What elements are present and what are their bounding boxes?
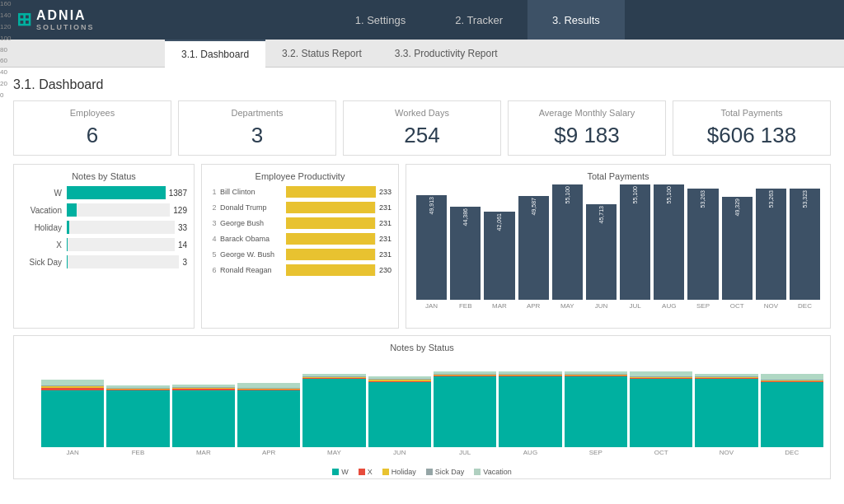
logo-icon: ⊞ [16, 9, 31, 30]
stack-month-label: NOV [720, 449, 734, 456]
legend-color [359, 469, 365, 475]
stack-month-label: SEP [589, 449, 603, 456]
bar-rect: 44,386 [450, 207, 481, 300]
emp-name: George Bush [220, 219, 286, 227]
hbar-row: X 14 [21, 238, 187, 251]
kpi-total-payments-value: $606 138 [682, 123, 822, 148]
bar-value-label: 55,100 [666, 184, 672, 205]
kpi-departments-value: 3 [187, 123, 327, 148]
bar-month-label: AUG [662, 302, 676, 310]
hbar-track [67, 221, 175, 234]
hbar-track [67, 186, 166, 199]
kpi-worked-days: Worked Days 254 [343, 100, 501, 156]
stack-column: JUL [434, 371, 496, 456]
bar-month-label: DEC [798, 302, 812, 310]
total-payments-bars: 49,913 JAN 44,386 FEB 42,061 MAR 49,587 … [413, 186, 823, 310]
hbar-fill [67, 221, 69, 234]
emp-val: 231 [379, 235, 392, 243]
emp-bar-track [286, 249, 376, 260]
notes-chart-title: Notes by Status [21, 171, 187, 181]
bar-month-label: FEB [459, 302, 472, 310]
stack-column: AUG [499, 371, 561, 456]
legend-label: Sick Day [435, 468, 465, 476]
stack-bar-wrap [237, 383, 300, 447]
stack-bar-wrap [695, 374, 757, 447]
bar-value-label: 53,263 [768, 189, 774, 209]
kpi-row: Employees 6 Departments 3 Worked Days 25… [13, 100, 831, 156]
stack-column: OCT [630, 371, 692, 456]
emp-bar-fill [286, 186, 376, 198]
y-axis: 020406080100120140160 [0, 68, 11, 99]
hbar-row: W 1387 [21, 186, 187, 199]
nav-tab-results[interactable]: 3. Results [528, 0, 625, 40]
legend-label: X [368, 468, 373, 476]
hbar-row: Vacation 129 [21, 203, 187, 217]
employee-row: 2 Donald Trump 231 [209, 202, 392, 213]
stack-bar-wrap [302, 374, 365, 447]
stack-bar-wrap [368, 376, 431, 447]
emp-name: Barack Obama [220, 235, 286, 243]
chart-legend: W X Holiday Sick Day Vacation [21, 468, 823, 476]
bar-rect: 49,913 [416, 195, 447, 300]
sub-tab-productivity[interactable]: 3.3. Productivity Report [378, 40, 514, 68]
bar-value-label: 53,323 [802, 189, 808, 209]
bar-value-label: 55,100 [565, 184, 570, 205]
nav-tab-settings[interactable]: 1. Settings [331, 0, 430, 40]
y-axis-label: 40 [0, 68, 11, 76]
emp-rank: 2 [209, 203, 220, 212]
kpi-employees-label: Employees [22, 108, 162, 118]
bar-column: 55,100 MAY [552, 184, 583, 310]
legend-item: W [332, 468, 349, 476]
hbar-label: W [21, 189, 62, 198]
stack-w [434, 376, 496, 447]
bar-column: 53,263 SEP [687, 189, 718, 310]
stack-w [368, 382, 431, 447]
stack-month-label: JUL [459, 449, 471, 456]
legend-item: Vacation [474, 468, 511, 476]
hbar-fill [67, 203, 77, 217]
bar-rect: 49,329 [722, 197, 753, 300]
bar-rect: 53,323 [790, 189, 820, 300]
emp-name: George W. Bush [220, 250, 286, 259]
bar-month-label: NOV [764, 302, 778, 310]
emp-bar-track [286, 186, 376, 198]
stack-w [41, 390, 104, 447]
sub-tab-dashboard[interactable]: 3.1. Dashboard [165, 40, 265, 68]
bar-month-label: APR [527, 302, 540, 310]
kpi-departments-label: Departments [187, 108, 327, 118]
stack-column: NOV [695, 374, 757, 456]
page-title: 3.1. Dashboard [13, 77, 831, 92]
stack-column: MAY [302, 374, 365, 456]
stack-bar-wrap [106, 385, 169, 447]
hbar-track [67, 203, 170, 217]
stack-w [172, 390, 235, 447]
stack-w [695, 379, 757, 447]
emp-bar-fill [286, 217, 375, 229]
bar-value-label: 42,061 [496, 212, 502, 232]
stack-column: APR [237, 383, 300, 456]
stack-w [237, 390, 300, 447]
emp-rank: 4 [209, 235, 220, 243]
stack-vacation [41, 380, 104, 385]
emp-rank: 5 [209, 250, 220, 259]
stack-bar-wrap [172, 385, 235, 447]
bar-column: 45,713 JUN [586, 204, 617, 310]
kpi-worked-days-value: 254 [352, 123, 492, 148]
nav-tab-tracker[interactable]: 2. Tracker [430, 0, 528, 40]
stack-w [106, 390, 169, 447]
stack-month-label: APR [262, 449, 275, 456]
hbar-label: Holiday [21, 223, 62, 232]
employee-row: 3 George Bush 231 [209, 217, 392, 229]
sub-tab-status[interactable]: 3.2. Status Report [265, 40, 378, 68]
bar-column: 53,263 NOV [756, 189, 786, 310]
emp-rank: 3 [209, 219, 220, 227]
logo: ⊞ ADNIA SOLUTIONS [16, 8, 95, 31]
logo-adnia: ADNIA [36, 8, 95, 23]
stack-column: JUN [368, 376, 431, 456]
bar-value-label: 44,386 [462, 207, 468, 227]
kpi-avg-salary: Average Monthly Salary $9 183 [508, 100, 666, 156]
bar-column: 44,386 FEB [450, 207, 481, 310]
emp-val: 231 [379, 250, 392, 259]
total-payments-chart: Total Payments 49,913 JAN 44,386 FEB 42,… [406, 164, 831, 329]
kpi-avg-salary-value: $9 183 [517, 123, 657, 148]
